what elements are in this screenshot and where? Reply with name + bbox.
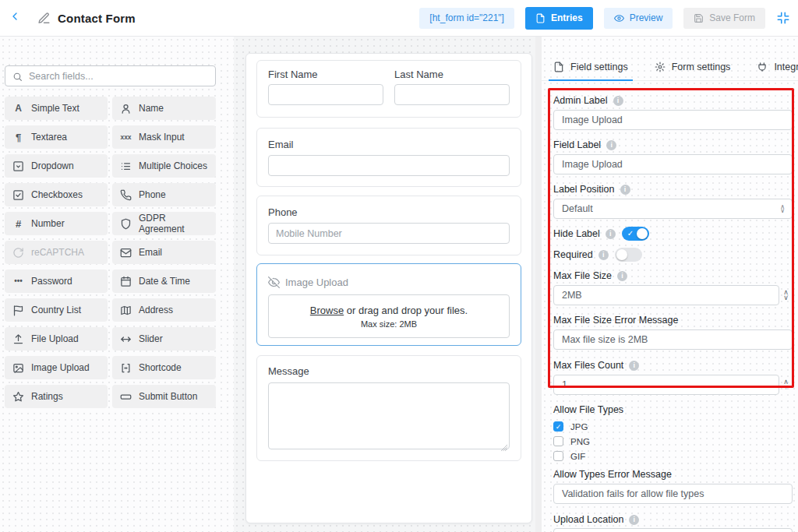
gif-checkbox[interactable]	[553, 451, 563, 461]
message-textarea[interactable]	[268, 382, 510, 449]
filetype-jpg-row[interactable]: ✓ JPG	[553, 421, 793, 432]
calendar-icon	[120, 276, 132, 287]
info-icon[interactable]: i	[629, 361, 639, 371]
filetype-gif-row[interactable]: GIF	[553, 450, 793, 462]
png-checkbox[interactable]	[553, 436, 563, 446]
list-icon	[120, 160, 132, 172]
sidebar-item-slider[interactable]: Slider	[112, 327, 216, 351]
envelope-icon	[120, 247, 132, 259]
info-icon[interactable]: i	[617, 271, 627, 281]
hide-label-toggle[interactable]: ✓	[622, 227, 649, 241]
search-icon	[12, 71, 23, 81]
browse-link[interactable]: Browse	[310, 305, 344, 316]
chevron-left-icon	[9, 10, 21, 26]
phone-icon	[120, 189, 132, 201]
upload-dropzone[interactable]: Browse or drag and drop your files. Max …	[268, 294, 510, 338]
sidebar-item-submit-button[interactable]: Submit Button	[112, 385, 216, 408]
sidebar-item-number[interactable]: #Number	[5, 212, 108, 235]
allow-types-error-group: Allow Types Error Message	[553, 469, 793, 504]
field-label-input[interactable]	[553, 154, 793, 174]
collapse-icon[interactable]	[776, 11, 790, 25]
sidebar-item-gdpr-agreement[interactable]: GDPR Agreement	[112, 212, 216, 235]
upload-location-select[interactable]: HT Form Default ∧∨	[553, 528, 793, 532]
email-label: Email	[268, 139, 510, 150]
sidebar-item-date-time[interactable]: Date & Time	[112, 270, 216, 293]
max-files-count-spinner[interactable]: ∧∨	[779, 375, 793, 395]
sidebar-item-email[interactable]: Email	[112, 241, 216, 264]
last-name-input[interactable]	[394, 84, 510, 105]
sidebar-item-dropdown[interactable]: Dropdown	[5, 154, 108, 178]
jpg-checkbox[interactable]: ✓	[553, 421, 563, 432]
shortcode-pill[interactable]: [ht_form id="221"]	[419, 8, 514, 29]
sidebar-item-shortcode[interactable]: Shortcode	[112, 356, 216, 379]
last-name-label: Last Name	[394, 69, 510, 80]
required-toggle[interactable]	[615, 248, 642, 262]
save-form-button[interactable]: Save Form	[683, 8, 765, 29]
field-settings-form: Admin Labeli Field Labeli Label Position…	[542, 37, 798, 532]
arrows-horizontal-icon	[120, 333, 132, 345]
email-input[interactable]	[268, 155, 510, 176]
sidebar-item-textarea[interactable]: ¶Textarea	[5, 125, 108, 149]
image-upload-field-card-selected[interactable]: Image Upload Browse or drag and drop you…	[256, 263, 521, 346]
max-file-size-spinner[interactable]: ∧∨	[779, 285, 793, 305]
eye-off-icon	[268, 277, 280, 288]
map-icon	[120, 305, 132, 316]
search-input[interactable]	[29, 71, 208, 82]
info-icon[interactable]: i	[598, 250, 609, 260]
sidebar-item-checkboxes[interactable]: Checkboxes	[5, 183, 108, 206]
label-position-group: Label Positioni Default ∧∨	[553, 184, 793, 219]
info-icon[interactable]: i	[629, 515, 639, 525]
admin-label-group: Admin Labeli	[553, 95, 793, 130]
max-files-count-group: Max Files Counti ∧∨	[553, 360, 793, 395]
info-icon[interactable]: i	[620, 185, 630, 195]
preview-button[interactable]: Preview	[604, 8, 673, 29]
email-field-card[interactable]: Email	[256, 128, 521, 187]
edit-icon	[37, 12, 51, 25]
max-file-size-input[interactable]	[553, 285, 779, 305]
sidebar-item-simple-text[interactable]: ASimple Text	[5, 97, 108, 120]
entries-doc-icon	[535, 13, 546, 23]
entries-button[interactable]: Entries	[525, 7, 593, 30]
sidebar-item-password[interactable]: •••Password	[5, 270, 108, 293]
sidebar-item-image-upload[interactable]: Image Upload	[5, 356, 108, 379]
sidebar-item-mask-input[interactable]: xxxMask Input	[112, 125, 216, 149]
sidebar-item-phone[interactable]: Phone	[112, 183, 216, 206]
info-icon[interactable]: i	[606, 229, 616, 239]
allow-types-error-input[interactable]	[553, 484, 793, 504]
form-canvas: First Name Last Name Email Phone Image U…	[234, 37, 535, 532]
sidebar-item-multiple-choices[interactable]: Multiple Choices	[112, 154, 216, 178]
required-row: Requiredi	[553, 248, 793, 262]
top-bar: Contact Form [ht_form id="221"] Entries …	[0, 0, 798, 37]
info-icon[interactable]: i	[613, 96, 623, 106]
sidebar-item-ratings[interactable]: Ratings	[5, 385, 108, 408]
sidebar-item-file-upload[interactable]: File Upload	[5, 327, 108, 351]
max-file-size-error-input[interactable]	[553, 329, 793, 350]
mask-icon: xxx	[120, 132, 132, 143]
person-icon	[120, 103, 132, 115]
phone-input[interactable]	[268, 223, 510, 244]
max-file-size-error-group: Max File Size Error Message	[553, 315, 793, 350]
back-button[interactable]	[3, 6, 26, 30]
admin-label-input[interactable]	[553, 110, 793, 130]
sidebar-item-name[interactable]: Name	[112, 97, 216, 120]
message-field-card[interactable]: Message	[256, 355, 521, 461]
phone-field-card[interactable]: Phone	[256, 196, 521, 255]
flag-icon	[12, 305, 24, 316]
info-icon[interactable]: i	[606, 140, 616, 150]
first-name-label: First Name	[268, 69, 383, 80]
name-field-card[interactable]: First Name Last Name	[256, 60, 521, 118]
first-name-input[interactable]	[268, 84, 383, 105]
sidebar-item-address[interactable]: Address	[112, 298, 216, 322]
label-position-select[interactable]: Default ∧∨	[553, 199, 793, 219]
shortcode-icon	[120, 362, 132, 374]
page-title: Contact Form	[58, 12, 136, 25]
button-icon	[120, 391, 132, 403]
topbar-actions: [ht_form id="221"] Entries Preview Save …	[419, 7, 798, 30]
sidebar-item-recaptcha: reCAPTCHA	[5, 241, 108, 264]
save-icon	[694, 13, 704, 23]
hide-label-row: Hide Labeli ✓	[553, 227, 793, 241]
sidebar-item-country-list[interactable]: Country List	[5, 298, 108, 322]
filetype-png-row[interactable]: PNG	[553, 435, 793, 447]
max-files-count-input[interactable]	[553, 375, 779, 395]
panel-scrollbar[interactable]	[535, 37, 542, 532]
